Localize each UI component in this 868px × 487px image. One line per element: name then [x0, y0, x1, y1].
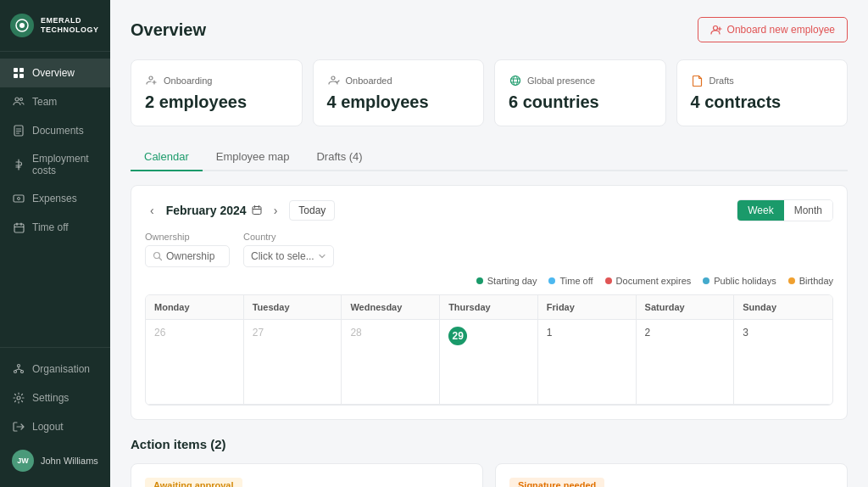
- svg-point-31: [331, 76, 335, 80]
- sidebar-item-time-off-label: Time off: [32, 221, 69, 233]
- svg-point-13: [18, 198, 20, 200]
- ownership-select[interactable]: Ownership: [145, 245, 230, 267]
- sidebar-item-documents[interactable]: Documents: [0, 116, 110, 145]
- sidebar-item-settings-label: Settings: [32, 392, 69, 404]
- calendar-day-3[interactable]: 3: [734, 320, 832, 405]
- sidebar-item-expenses[interactable]: Expenses: [0, 184, 110, 213]
- calendar-day-27[interactable]: 27: [244, 320, 342, 405]
- logo-icon: [10, 14, 34, 37]
- svg-rect-5: [19, 74, 24, 78]
- calendar-section: ‹ February 2024 › Today Week Month: [131, 185, 848, 420]
- action-items-title: Action items (2): [131, 437, 848, 451]
- action-card-signature-needed: Signature needed Action name Sign the do…: [495, 463, 848, 487]
- header-tuesday: Tuesday: [244, 295, 342, 319]
- user-avatar: JW: [12, 450, 34, 472]
- calendar-today-button[interactable]: Today: [289, 200, 335, 221]
- legend-document-expires: Document expires: [605, 276, 692, 286]
- stat-card-onboarded: Onboarded 4 employees: [313, 59, 485, 126]
- doc-icon: [12, 124, 25, 137]
- stat-onboarded-label: Onboarded: [327, 74, 470, 87]
- svg-line-23: [19, 369, 22, 371]
- sidebar-user: JW John Williams: [0, 441, 110, 480]
- sidebar-item-expenses-label: Expenses: [32, 193, 77, 204]
- sidebar-item-overview-label: Overview: [32, 67, 75, 79]
- country-label: Country: [243, 232, 334, 242]
- file-icon: [691, 74, 704, 87]
- calendar-view-toggle: Week Month: [737, 199, 833, 221]
- svg-point-7: [20, 98, 23, 101]
- action-cards: Awaiting approval Action name Verify tim…: [131, 463, 848, 487]
- legend-birthday: Birthday: [788, 276, 833, 286]
- calendar-day-2[interactable]: 2: [637, 320, 735, 405]
- calendar-days-header: Monday Tuesday Wednesday Thursday Friday…: [146, 295, 832, 320]
- sidebar-item-overview[interactable]: Overview: [0, 59, 110, 87]
- calendar-icon-small: [252, 205, 262, 216]
- stat-onboarding-label: Onboarding: [145, 74, 288, 87]
- expense-icon: [12, 192, 25, 205]
- tabs: Calendar Employee map Drafts (4): [131, 143, 848, 171]
- calendar-day-28[interactable]: 28: [342, 320, 440, 405]
- header-thursday: Thursday: [440, 295, 538, 319]
- globe-icon: [509, 74, 522, 87]
- stat-card-onboarding: Onboarding 2 employees: [131, 59, 303, 126]
- person-plus-icon: [710, 24, 722, 36]
- user-name: John Williams: [41, 456, 98, 466]
- calendar-filters: Ownership Ownership Country Click to sel…: [145, 232, 833, 267]
- svg-point-6: [15, 98, 19, 101]
- stat-card-global-presence: Global presence 6 countries: [494, 59, 666, 126]
- tab-drafts[interactable]: Drafts (4): [303, 143, 376, 171]
- calendar-day-26[interactable]: 26: [146, 320, 244, 405]
- sidebar-item-team[interactable]: Team: [0, 87, 110, 116]
- grid-icon: [12, 66, 25, 80]
- onboard-new-employee-button[interactable]: Onboard new employee: [698, 17, 848, 42]
- sidebar-item-organisation-label: Organisation: [32, 363, 90, 375]
- sidebar-nav: Overview Team Do: [0, 52, 110, 347]
- org-icon: [12, 362, 25, 376]
- calendar-day-29[interactable]: 29: [440, 320, 538, 405]
- sidebar-logo: EMERALD TECHNOLOGY: [0, 0, 110, 52]
- sidebar-item-logout-label: Logout: [32, 421, 64, 433]
- badge-signature-needed: Signature needed: [509, 478, 604, 487]
- day-num-3: 3: [743, 327, 824, 339]
- calendar-next-button[interactable]: ›: [269, 202, 283, 219]
- main-content: Overview Onboard new employee: [110, 0, 868, 487]
- settings-icon: [12, 391, 25, 405]
- ownership-label: Ownership: [145, 232, 230, 242]
- legend-time-off: Time off: [548, 276, 593, 286]
- svg-point-25: [713, 26, 717, 31]
- sidebar-item-logout[interactable]: Logout: [0, 412, 110, 441]
- calendar-prev-button[interactable]: ‹: [145, 202, 159, 219]
- stats-row: Onboarding 2 employees Onboarded 4 emplo…: [131, 59, 848, 126]
- document-expires-dot: [605, 277, 612, 284]
- birthday-dot: [788, 277, 795, 284]
- sidebar-item-employment-costs[interactable]: Employment costs: [0, 145, 110, 184]
- calendar-header: ‹ February 2024 › Today Week Month: [145, 199, 833, 221]
- onboarding-icon: [145, 74, 159, 87]
- sidebar-item-time-off[interactable]: Time off: [0, 213, 110, 242]
- svg-line-41: [159, 258, 162, 260]
- tab-calendar[interactable]: Calendar: [131, 143, 203, 171]
- svg-rect-3: [19, 68, 24, 72]
- country-select[interactable]: Click to sele...: [243, 245, 334, 267]
- sidebar: EMERALD TECHNOLOGY Overview: [0, 0, 110, 487]
- tab-employee-map[interactable]: Employee map: [203, 143, 303, 171]
- sidebar-item-documents-label: Documents: [32, 125, 84, 137]
- svg-point-28: [149, 76, 153, 80]
- sidebar-item-organisation[interactable]: Organisation: [0, 355, 110, 383]
- day-num-27: 27: [253, 327, 333, 339]
- stat-global-label: Global presence: [509, 74, 652, 87]
- svg-rect-36: [253, 207, 261, 215]
- sidebar-bottom: Organisation Settings Logout JW John W: [0, 347, 110, 487]
- starting-day-dot: [476, 277, 483, 284]
- country-filter: Country Click to sele...: [243, 232, 334, 267]
- stat-drafts-label: Drafts: [691, 74, 834, 87]
- calendar-week-button[interactable]: Week: [737, 200, 783, 221]
- calendar-nav: ‹ February 2024 › Today: [145, 200, 335, 221]
- svg-point-24: [17, 396, 20, 400]
- svg-point-33: [514, 76, 518, 86]
- calendar-day-1[interactable]: 1: [538, 320, 637, 405]
- sidebar-item-settings[interactable]: Settings: [0, 383, 110, 412]
- chevron-down-icon: [318, 252, 326, 260]
- svg-point-19: [14, 371, 17, 373]
- calendar-month-button[interactable]: Month: [784, 200, 832, 221]
